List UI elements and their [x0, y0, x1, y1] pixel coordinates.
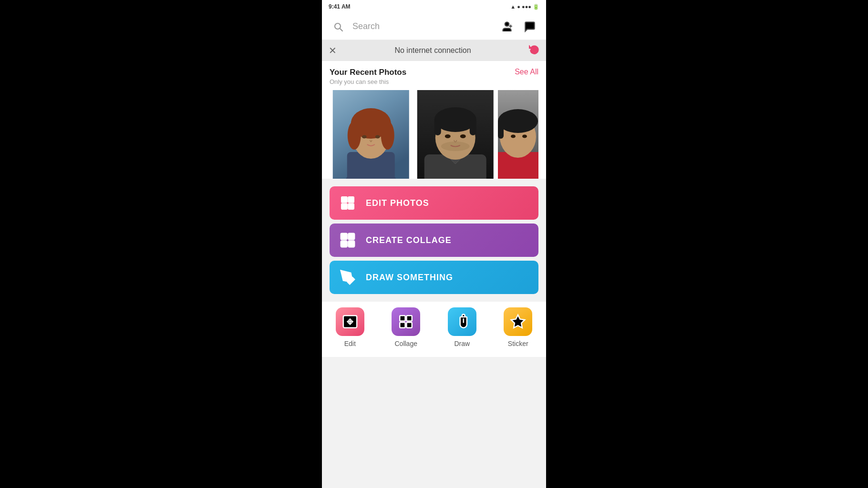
banner-text: No internet connection	[394, 46, 471, 55]
svg-rect-43	[407, 315, 412, 321]
svg-rect-44	[400, 322, 405, 327]
draw-something-label: DRAW SOMETHING	[366, 273, 453, 283]
edit-photos-label: EDIT PHOTOS	[366, 198, 429, 208]
chat-icon[interactable]	[521, 18, 538, 35]
svg-point-20	[444, 134, 450, 138]
svg-point-21	[460, 134, 465, 138]
status-bar: 9:41 AM ▲ ● ●●● 🔋	[322, 0, 546, 13]
status-time: 9:41 AM	[329, 3, 351, 10]
tab-sticker-label: Sticker	[508, 340, 528, 347]
edit-photos-icon	[339, 194, 356, 212]
phone-container: 9:41 AM ▲ ● ●●● 🔋 Search ✕ No interne	[322, 0, 546, 488]
recent-photos-subtitle: Only you can see this	[330, 78, 406, 85]
svg-rect-37	[341, 241, 347, 247]
no-internet-banner: ✕ No internet connection	[322, 40, 546, 61]
photo-thumb-3[interactable]	[498, 90, 538, 179]
tab-collage-label: Collage	[395, 340, 417, 347]
svg-rect-19	[469, 119, 476, 135]
photo-thumb-1[interactable]	[330, 90, 413, 179]
svg-rect-34	[348, 203, 353, 209]
tab-edit-label: Edit	[344, 340, 356, 347]
tab-collage[interactable]: Collage	[392, 307, 420, 347]
search-bar: Search	[322, 13, 546, 40]
draw-something-button[interactable]: DRAW SOMETHING	[330, 261, 538, 294]
svg-point-29	[511, 135, 516, 138]
recent-photos-header: Your Recent Photos Only you can see this…	[330, 68, 538, 85]
bottom-tabs: Edit Collage Draw	[322, 302, 546, 357]
svg-rect-18	[434, 119, 441, 135]
tab-draw[interactable]: Draw	[448, 307, 476, 347]
tab-draw-label: Draw	[454, 340, 470, 347]
svg-rect-38	[348, 241, 354, 247]
svg-point-11	[362, 135, 367, 139]
svg-rect-42	[400, 315, 405, 321]
svg-rect-36	[348, 234, 354, 240]
photos-row	[330, 90, 538, 179]
svg-point-27	[498, 109, 538, 133]
svg-point-30	[522, 135, 527, 138]
svg-point-0	[505, 22, 509, 26]
recent-photos-section: Your Recent Photos Only you can see this…	[322, 61, 546, 179]
draw-something-icon	[339, 269, 356, 286]
svg-rect-31	[341, 197, 347, 202]
edit-photos-button[interactable]: EDIT PHOTOS	[330, 186, 538, 220]
banner-refresh-icon[interactable]	[529, 44, 539, 57]
svg-point-39	[346, 275, 349, 278]
create-collage-label: CREATE COLLAGE	[366, 235, 452, 245]
svg-point-10	[381, 121, 394, 150]
svg-point-9	[348, 121, 361, 150]
tab-collage-icon-wrap	[392, 307, 420, 336]
tab-sticker-icon-wrap	[504, 307, 532, 336]
photo-thumb-2[interactable]	[414, 90, 497, 179]
svg-point-12	[375, 135, 380, 139]
add-user-icon[interactable]	[498, 18, 516, 35]
svg-rect-35	[341, 234, 347, 240]
tab-edit-icon-wrap	[336, 307, 364, 336]
see-all-link[interactable]: See All	[515, 68, 538, 76]
svg-rect-32	[348, 197, 353, 202]
tab-draw-icon-wrap	[448, 307, 476, 336]
banner-close-icon[interactable]: ✕	[329, 45, 337, 56]
svg-rect-33	[341, 203, 347, 209]
search-icon[interactable]	[330, 18, 347, 35]
recent-photos-title: Your Recent Photos	[330, 68, 406, 77]
create-collage-button[interactable]: CREATE COLLAGE	[330, 224, 538, 257]
tab-sticker[interactable]: Sticker	[504, 307, 532, 347]
svg-rect-45	[407, 322, 412, 327]
action-buttons: EDIT PHOTOS CREATE COLLAGE	[322, 179, 546, 302]
svg-rect-28	[498, 120, 504, 139]
tab-edit[interactable]: Edit	[336, 307, 364, 347]
svg-marker-47	[511, 315, 525, 328]
create-collage-icon	[339, 232, 356, 249]
search-input[interactable]: Search	[352, 21, 493, 31]
status-icons: ▲ ● ●●● 🔋	[510, 4, 539, 10]
